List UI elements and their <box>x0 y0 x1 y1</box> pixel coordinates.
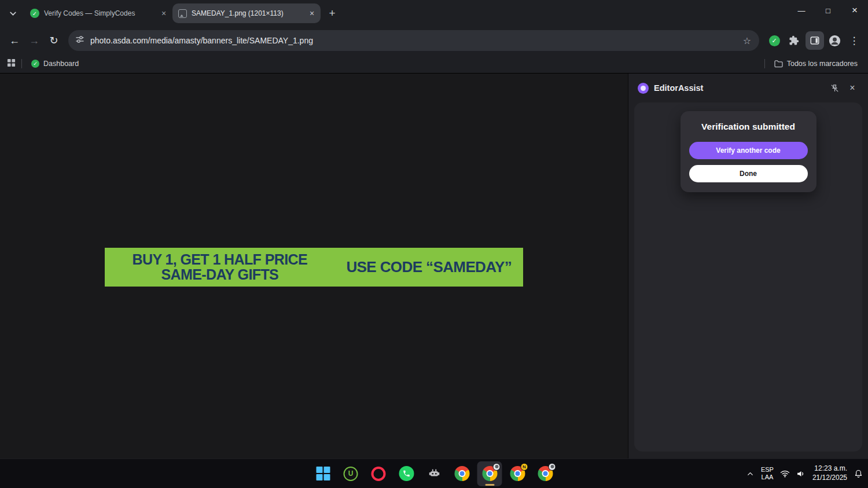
banner-promo-code: USE CODE “SAMEDAY” <box>335 258 523 276</box>
tab-simplycodes[interactable]: ✓ Verify Codes — SimplyCodes × <box>24 3 172 23</box>
menu-button[interactable]: ⋮ <box>845 31 863 50</box>
dashboard-favicon-icon: ✓ <box>31 60 39 68</box>
whatsapp-icon <box>399 466 414 481</box>
language-indicator[interactable]: ESP LAA <box>761 466 774 481</box>
minimize-button[interactable]: — <box>788 0 815 21</box>
tab-strip: ✓ Verify Codes — SimplyCodes × SAMEDAY_1… <box>0 0 868 27</box>
simplycodes-extension-button[interactable]: ✓ <box>765 31 784 50</box>
chrome-app-button-1[interactable] <box>450 461 475 486</box>
apps-grid-button[interactable] <box>7 58 16 69</box>
url-text[interactable]: photo.asda.com/media/amasty/banners_lite… <box>90 36 742 45</box>
tab-close-icon[interactable]: × <box>159 8 169 19</box>
chevron-up-icon <box>746 469 755 478</box>
game-icon <box>428 467 440 480</box>
simplycodes-extension-icon: ✓ <box>769 35 780 46</box>
language-line2: LAA <box>761 474 774 481</box>
windows-logo-icon <box>316 467 330 480</box>
bookmark-label: Dashboard <box>43 60 79 68</box>
side-panel-close-button[interactable]: × <box>846 82 859 94</box>
avatar-icon <box>828 34 841 47</box>
tab-sameday-image[interactable]: SAMEDAY_1.png (1201×113) × <box>172 3 321 23</box>
utorrent-app-button[interactable]: U <box>339 461 363 486</box>
kebab-icon: ⋮ <box>849 35 859 47</box>
tab-search-button[interactable] <box>5 5 21 21</box>
opera-app-button[interactable] <box>366 461 391 486</box>
content-area: BUY 1, GET 1 HALF PRICE SAME-DAY GIFTS U… <box>0 74 868 458</box>
taskbar-app-icons: U N <box>311 459 558 488</box>
game-app-button[interactable] <box>422 461 447 486</box>
utorrent-icon: U <box>344 467 358 481</box>
chrome-app-button-2-active[interactable] <box>477 461 502 486</box>
opera-icon <box>372 467 386 481</box>
tab-close-icon[interactable]: × <box>307 8 317 19</box>
verification-status-title: Verification submitted <box>689 122 808 132</box>
side-panel-body: Verification submitted Verify another co… <box>634 102 862 452</box>
back-button[interactable]: ← <box>5 31 24 50</box>
site-settings-icon[interactable] <box>75 35 84 46</box>
promo-banner-image: BUY 1, GET 1 HALF PRICE SAME-DAY GIFTS U… <box>105 248 523 287</box>
speaker-icon <box>796 469 806 479</box>
verify-another-code-button[interactable]: Verify another code <box>689 142 808 159</box>
side-panel-icon <box>810 35 820 46</box>
banner-line2: SAME-DAY GIFTS <box>105 267 335 282</box>
chevron-down-icon <box>9 10 17 17</box>
start-button[interactable] <box>311 461 336 486</box>
tray-overflow-button[interactable] <box>746 469 755 478</box>
clock-indicator[interactable]: 12:23 a.m. 21/12/2025 <box>812 464 847 482</box>
language-line1: ESP <box>761 466 774 474</box>
tab-title: SAMEDAY_1.png (1201×113) <box>192 9 302 17</box>
bell-icon <box>854 469 863 479</box>
windows-taskbar: U N <box>0 458 868 488</box>
forward-button[interactable]: → <box>24 31 44 50</box>
reload-button[interactable]: ↻ <box>44 31 64 50</box>
all-bookmarks-button[interactable]: Todos los marcadores <box>771 58 861 69</box>
all-bookmarks-label: Todos los marcadores <box>787 60 858 68</box>
bookmark-star-icon[interactable]: ☆ <box>742 35 752 46</box>
apps-grid-icon <box>7 58 16 67</box>
volume-button[interactable] <box>796 469 806 479</box>
unpin-button[interactable] <box>828 82 841 94</box>
side-panel-header: EditorAssist × <box>628 74 868 102</box>
side-panel-title: EditorAssist <box>654 83 823 93</box>
tab-title: Verify Codes — SimplyCodes <box>44 9 154 17</box>
profile-badge-icon <box>493 463 501 471</box>
folder-icon <box>774 60 783 68</box>
bookmarks-bar: ✓ Dashboard Todos los marcadores <box>0 54 868 74</box>
bookmarks-divider <box>21 59 22 68</box>
simplycodes-favicon-icon: ✓ <box>30 9 39 18</box>
whatsapp-app-button[interactable] <box>394 461 419 486</box>
chrome-app-button-3[interactable]: N <box>505 461 530 486</box>
verification-card: Verification submitted Verify another co… <box>681 111 816 192</box>
notifications-button[interactable] <box>854 469 863 479</box>
banner-offer-text: BUY 1, GET 1 HALF PRICE SAME-DAY GIFTS <box>105 252 335 282</box>
system-tray: ESP LAA 12:23 a.m. 21/12/2025 <box>746 459 863 488</box>
profile-badge-n-icon: N <box>521 463 528 471</box>
tray-date: 21/12/2025 <box>812 474 847 483</box>
tray-time: 12:23 a.m. <box>812 464 847 474</box>
done-button[interactable]: Done <box>689 165 808 182</box>
wifi-icon <box>780 469 790 479</box>
profile-badge-icon <box>549 463 556 471</box>
side-panel-toggle-button[interactable] <box>806 31 824 50</box>
chrome-app-button-4[interactable] <box>533 461 558 486</box>
side-panel: EditorAssist × Verification submitted Ve… <box>628 74 868 458</box>
editorassist-icon <box>638 83 649 94</box>
browser-toolbar: ← → ↻ photo.asda.com/media/amasty/banner… <box>0 27 868 54</box>
pin-off-icon <box>830 83 840 93</box>
network-button[interactable] <box>780 469 790 479</box>
profile-button[interactable] <box>825 31 844 50</box>
extensions-button[interactable] <box>785 31 803 50</box>
window-close-button[interactable]: × <box>841 0 868 21</box>
maximize-button[interactable]: □ <box>815 0 841 21</box>
browser-window: ✓ Verify Codes — SimplyCodes × SAMEDAY_1… <box>0 0 868 488</box>
page-viewport: BUY 1, GET 1 HALF PRICE SAME-DAY GIFTS U… <box>0 74 628 458</box>
bookmark-dashboard[interactable]: ✓ Dashboard <box>28 58 82 69</box>
new-tab-button[interactable]: + <box>324 5 340 21</box>
chrome-icon <box>454 466 469 481</box>
bookmarks-divider <box>764 59 765 68</box>
window-controls: — □ × <box>788 0 868 21</box>
banner-line1: BUY 1, GET 1 HALF PRICE <box>105 252 335 267</box>
address-bar[interactable]: photo.asda.com/media/amasty/banners_lite… <box>68 30 759 51</box>
puzzle-icon <box>789 35 799 46</box>
image-favicon-icon <box>178 9 187 18</box>
